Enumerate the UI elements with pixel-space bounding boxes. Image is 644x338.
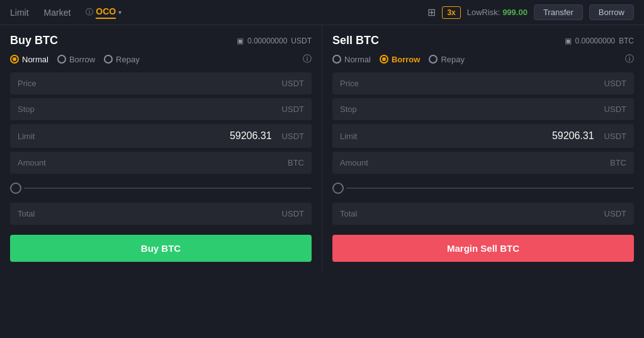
sell-amount-field[interactable]: Amount BTC — [332, 152, 634, 174]
buy-amount-unit: BTC — [288, 158, 304, 167]
tab-oco[interactable]: OCO — [96, 6, 116, 19]
buy-radio-normal-circle — [10, 55, 19, 64]
buy-total-unit: USDT — [282, 209, 304, 218]
buy-info-button[interactable]: ⓘ — [303, 54, 312, 65]
sell-radio-group: Normal Borrow Repay ⓘ — [332, 54, 634, 65]
sell-limit-label: Limit — [340, 132, 357, 141]
buy-slider-thumb[interactable] — [10, 183, 21, 194]
oco-info-icon: ⓘ — [86, 7, 93, 18]
borrow-button-top[interactable]: Borrow — [589, 4, 634, 20]
sell-stop-unit: USDT — [604, 104, 626, 114]
low-risk-label: LowRisk: 999.00 — [467, 8, 528, 17]
sell-panel: Sell BTC ▣ 0.00000000 BTC Normal Borrow … — [322, 25, 644, 271]
buy-amount-field[interactable]: Amount BTC — [10, 152, 312, 174]
buy-btc-button[interactable]: Buy BTC — [10, 235, 312, 262]
oco-chevron-icon: ▾ — [118, 9, 121, 16]
sell-limit-field[interactable]: Limit 59206.31 USDT — [332, 124, 634, 148]
buy-amount-label: Amount — [18, 158, 46, 167]
buy-slider-row — [10, 177, 312, 199]
sell-slider-row — [332, 177, 634, 199]
sell-radio-repay[interactable]: Repay — [429, 55, 465, 64]
top-bar: Limit Market ⓘ OCO ▾ ⊞ 3x LowRisk: 999.0… — [0, 0, 644, 25]
sell-limit-value: 59206.31 — [552, 130, 594, 142]
tab-oco-wrapper[interactable]: ⓘ OCO ▾ — [86, 6, 121, 19]
sell-btc-button[interactable]: Margin Sell BTC — [332, 235, 634, 262]
sell-radio-normal[interactable]: Normal — [332, 55, 371, 64]
buy-radio-borrow[interactable]: Borrow — [57, 55, 95, 64]
sell-amount-unit: BTC — [610, 158, 626, 167]
top-bar-right: ⊞ 3x LowRisk: 999.00 Transfer Borrow — [427, 4, 634, 20]
buy-limit-unit: USDT — [282, 132, 304, 141]
top-bar-left: Limit Market ⓘ OCO ▾ — [10, 5, 412, 20]
sell-balance-value: 0.00000000 — [575, 37, 615, 45]
buy-radio-repay-circle — [104, 55, 113, 64]
sell-slider-track[interactable] — [346, 188, 634, 189]
buy-radio-group: Normal Borrow Repay ⓘ — [10, 54, 312, 65]
calculator-icon[interactable]: ⊞ — [427, 6, 436, 18]
leverage-badge[interactable]: 3x — [442, 6, 460, 19]
tab-limit[interactable]: Limit — [10, 5, 29, 20]
buy-price-label: Price — [18, 79, 37, 88]
buy-limit-label: Limit — [18, 132, 35, 141]
buy-limit-field[interactable]: Limit 59206.31 USDT — [10, 124, 312, 148]
sell-total-unit: USDT — [604, 209, 626, 218]
buy-limit-value: 59206.31 — [230, 130, 272, 142]
sell-radio-repay-circle — [429, 55, 438, 64]
buy-total-field[interactable]: Total USDT — [10, 203, 312, 225]
sell-balance-display: ▣ 0.00000000 BTC — [565, 37, 634, 45]
buy-panel-header: Buy BTC ▣ 0.00000000 USDT — [10, 34, 312, 47]
sell-panel-header: Sell BTC ▣ 0.00000000 BTC — [332, 34, 634, 47]
sell-limit-unit: USDT — [604, 132, 626, 141]
sell-price-field[interactable]: Price USDT — [332, 72, 634, 94]
buy-radio-repay[interactable]: Repay — [104, 55, 140, 64]
buy-balance-unit: USDT — [291, 37, 312, 45]
sell-stop-label: Stop — [340, 104, 357, 114]
sell-radio-borrow-circle — [380, 55, 388, 64]
buy-balance-value: 0.00000000 — [247, 37, 287, 45]
sell-balance-unit: BTC — [619, 37, 634, 45]
tab-market[interactable]: Market — [44, 5, 71, 20]
sell-price-unit: USDT — [604, 79, 626, 88]
low-risk-value: 999.00 — [502, 8, 528, 17]
buy-stop-label: Stop — [18, 104, 35, 114]
sell-stop-field[interactable]: Stop USDT — [332, 98, 634, 120]
sell-panel-title: Sell BTC — [332, 34, 379, 47]
buy-radio-borrow-circle — [57, 55, 66, 64]
sell-slider-thumb[interactable] — [332, 183, 344, 194]
buy-stop-field[interactable]: Stop USDT — [10, 98, 312, 120]
sell-total-label: Total — [340, 209, 357, 218]
buy-stop-unit: USDT — [282, 104, 304, 114]
buy-radio-normal[interactable]: Normal — [10, 55, 48, 64]
sell-info-button[interactable]: ⓘ — [625, 54, 634, 65]
sell-amount-label: Amount — [340, 158, 368, 167]
buy-total-label: Total — [18, 209, 35, 218]
sell-balance-icon: ▣ — [565, 37, 572, 45]
transfer-button[interactable]: Transfer — [534, 4, 583, 20]
sell-total-field[interactable]: Total USDT — [332, 203, 634, 225]
buy-slider-track[interactable] — [24, 188, 312, 189]
buy-balance-display: ▣ 0.00000000 USDT — [237, 37, 312, 45]
sell-radio-borrow[interactable]: Borrow — [380, 55, 421, 64]
buy-panel: Buy BTC ▣ 0.00000000 USDT Normal Borrow … — [0, 25, 322, 271]
buy-panel-title: Buy BTC — [10, 34, 58, 47]
buy-balance-icon: ▣ — [237, 37, 244, 45]
buy-price-field[interactable]: Price USDT — [10, 72, 312, 94]
sell-price-label: Price — [340, 79, 359, 88]
sell-radio-normal-circle — [332, 55, 341, 64]
main-content: Buy BTC ▣ 0.00000000 USDT Normal Borrow … — [0, 25, 644, 271]
buy-price-unit: USDT — [282, 79, 304, 88]
